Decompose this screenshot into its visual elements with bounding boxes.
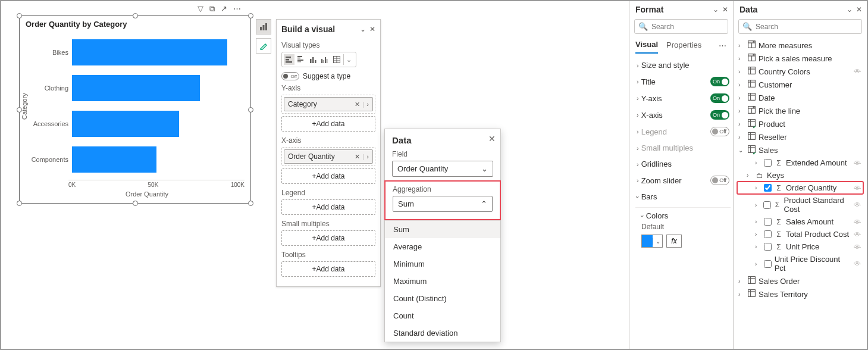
- fx-button[interactable]: fx: [666, 235, 682, 248]
- bar-color-picker[interactable]: ⌄: [641, 235, 663, 248]
- hide-icon[interactable]: 👁: [854, 184, 862, 192]
- field-checkbox[interactable]: [764, 184, 772, 192]
- filter-icon[interactable]: ▽: [198, 4, 203, 14]
- zoom-toggle[interactable]: Off: [710, 176, 729, 185]
- hide-icon[interactable]: 👁: [854, 243, 862, 251]
- table-row[interactable]: ›Pick a sales measure: [737, 52, 863, 65]
- legend-add-data[interactable]: +Add data: [281, 199, 375, 215]
- table-row[interactable]: ›Pick the line: [737, 104, 863, 117]
- table-row[interactable]: ›Country Colors👁: [737, 65, 863, 78]
- field-checkbox[interactable]: [764, 243, 772, 251]
- yaxis-toggle[interactable]: On: [710, 93, 729, 103]
- field-row[interactable]: ›🗀Keys: [737, 169, 863, 182]
- table-row[interactable]: ›More measures: [737, 39, 863, 52]
- format-search[interactable]: 🔍: [634, 19, 728, 34]
- format-gridlines[interactable]: ›Gridlines: [635, 156, 731, 172]
- visual-type-more[interactable]: ⌄: [343, 54, 354, 65]
- more-icon[interactable]: ⋯: [719, 41, 727, 50]
- build-visual-tool[interactable]: [256, 19, 271, 35]
- bar[interactable]: [72, 75, 200, 101]
- visual-type-column[interactable]: [308, 54, 318, 65]
- field-checkbox[interactable]: [764, 159, 772, 167]
- visual-type-clustered-column[interactable]: [319, 54, 330, 65]
- remove-field-icon[interactable]: ✕: [355, 101, 360, 108]
- xaxis-add-data[interactable]: +Add data: [281, 168, 375, 184]
- tooltips-add-data[interactable]: +Add data: [281, 261, 375, 277]
- hide-icon[interactable]: 👁: [854, 218, 862, 226]
- remove-field-icon[interactable]: ✕: [355, 153, 360, 161]
- format-search-input[interactable]: [651, 23, 741, 31]
- visual-type-stacked-bar[interactable]: [284, 54, 294, 65]
- field-menu-icon[interactable]: ›: [366, 153, 369, 161]
- title-toggle[interactable]: On: [710, 77, 729, 86]
- table-row[interactable]: ›Reseller: [737, 130, 863, 143]
- aggregation-option[interactable]: Count (Distinct): [385, 290, 500, 307]
- format-title[interactable]: ›TitleOn: [635, 73, 731, 90]
- field-checkbox[interactable]: [764, 260, 772, 268]
- close-icon[interactable]: ✕: [856, 5, 862, 14]
- field-row[interactable]: ›ΣTotal Product Cost👁: [737, 228, 863, 240]
- table-row[interactable]: ›Sales Territory: [737, 288, 863, 301]
- table-row[interactable]: ›Customer: [737, 78, 863, 91]
- data-search-input[interactable]: [756, 23, 858, 31]
- field-row[interactable]: ›ΣOrder Quantity👁: [737, 182, 863, 194]
- field-select[interactable]: Order Quantity ⌄: [392, 161, 493, 177]
- table-row[interactable]: ›✔Product: [737, 117, 863, 130]
- hide-icon[interactable]: 👁: [854, 159, 862, 167]
- visual-type-table[interactable]: [331, 54, 342, 65]
- field-menu-icon[interactable]: ›: [366, 101, 369, 108]
- chevron-down-icon[interactable]: ⌄: [360, 25, 366, 33]
- aggregation-option[interactable]: Count: [385, 307, 500, 324]
- field-row[interactable]: ›ΣUnit Price👁: [737, 240, 863, 253]
- chevron-down-icon[interactable]: ⌄: [847, 5, 853, 14]
- close-icon[interactable]: ✕: [488, 134, 496, 143]
- chart-visual[interactable]: Order Quantity by Category Category Bike…: [19, 15, 251, 204]
- field-row[interactable]: ›Unit Price Discount Pct👁: [737, 253, 863, 274]
- field-row[interactable]: ›ΣExtended Amount👁: [737, 157, 863, 169]
- popout-icon[interactable]: ↗: [221, 4, 227, 14]
- paint-tool[interactable]: [256, 38, 271, 54]
- format-yaxis[interactable]: ›Y-axisOn: [635, 90, 731, 107]
- field-checkbox[interactable]: [764, 218, 772, 226]
- xaxis-toggle[interactable]: On: [710, 110, 729, 120]
- focus-icon[interactable]: ⧉: [209, 4, 215, 14]
- hide-icon[interactable]: 👁: [854, 260, 862, 268]
- close-icon[interactable]: ✕: [722, 5, 728, 14]
- format-zoom-slider[interactable]: ›Zoom sliderOff: [635, 172, 731, 189]
- tab-properties[interactable]: Properties: [666, 38, 701, 53]
- aggregation-option[interactable]: Sum: [385, 221, 500, 238]
- hide-icon[interactable]: 👁: [854, 201, 862, 209]
- format-size-style[interactable]: ›Size and style: [635, 57, 731, 73]
- format-xaxis[interactable]: ›X-axisOn: [635, 107, 731, 123]
- aggregation-option[interactable]: Maximum: [385, 273, 500, 290]
- field-row[interactable]: ›ΣSales Amount👁: [737, 215, 863, 228]
- hide-icon[interactable]: 👁: [854, 67, 862, 76]
- close-icon[interactable]: ✕: [369, 25, 375, 33]
- yaxis-add-data[interactable]: +Add data: [281, 116, 375, 132]
- small-multiples-add-data[interactable]: +Add data: [281, 230, 375, 246]
- hide-icon[interactable]: 👁: [854, 230, 862, 239]
- format-bars[interactable]: ›Bars: [635, 189, 731, 205]
- suggest-toggle[interactable]: Off: [281, 72, 299, 80]
- aggregation-option[interactable]: Average: [385, 238, 500, 255]
- aggregation-option[interactable]: Standard deviation: [385, 324, 500, 342]
- data-search[interactable]: 🔍: [738, 19, 862, 34]
- report-canvas[interactable]: ▽ ⧉ ↗ ⋯ Order Quantity by Category Categ…: [1, 1, 629, 349]
- bar[interactable]: [72, 39, 227, 65]
- more-icon[interactable]: ⋯: [233, 4, 241, 14]
- field-row[interactable]: ›ΣProduct Standard Cost👁: [737, 194, 863, 215]
- table-row-sales[interactable]: ⌄✔Sales: [737, 143, 863, 157]
- table-row[interactable]: ›Date: [737, 91, 863, 104]
- aggregation-select[interactable]: Sum ⌃: [393, 196, 493, 212]
- table-row[interactable]: ›Sales Order: [737, 274, 863, 288]
- visual-type-clustered-bar[interactable]: [296, 54, 306, 65]
- bar[interactable]: [72, 111, 179, 137]
- field-checkbox[interactable]: [764, 230, 772, 238]
- format-colors[interactable]: ›Colors: [641, 210, 731, 221]
- field-checkbox[interactable]: [763, 201, 771, 209]
- bar[interactable]: [72, 146, 156, 173]
- tab-visual[interactable]: Visual: [635, 38, 658, 54]
- aggregation-option[interactable]: Minimum: [385, 255, 500, 273]
- chevron-down-icon[interactable]: ⌄: [713, 5, 719, 14]
- yaxis-field-chip[interactable]: Category ✕|›: [284, 97, 373, 111]
